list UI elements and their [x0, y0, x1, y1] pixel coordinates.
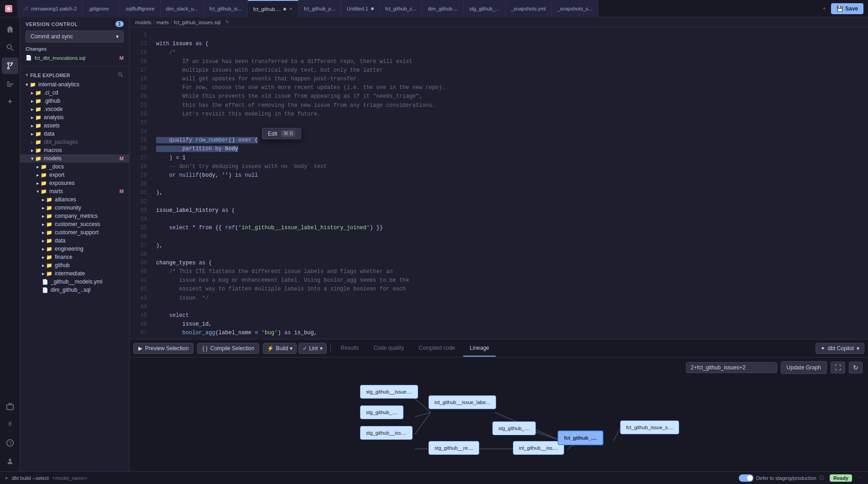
tab-fct-github-active[interactable]: fct_github.... ✕ [248, 0, 298, 17]
tab-dim-github[interactable]: dim_github.... [422, 0, 464, 17]
edit-icon[interactable]: ✎ [225, 19, 229, 25]
defer-toggle-switch[interactable] [739, 474, 753, 482]
tab-close-icon[interactable]: ✕ [289, 6, 293, 11]
nav-ai[interactable] [2, 94, 18, 110]
compiled-code-tab[interactable]: Compiled code [412, 340, 461, 357]
folder-icon: ▸ 📁 [31, 123, 42, 129]
tree-alliances[interactable]: ▸ 📁 alliances [20, 195, 129, 204]
tab-untitled[interactable]: Untitled-1 [341, 0, 380, 17]
tab-snapshots-s[interactable]: _snapshots_s... [552, 0, 598, 17]
node-stg-github-iss2[interactable]: stg_github__iss.... [360, 426, 413, 440]
tree-macros[interactable]: ▸ 📁 macros [20, 146, 129, 154]
graph-search-input[interactable] [686, 362, 777, 373]
tabs-container: ⎇ mirnawong1-patch-2 .gitignore .sqlfluf… [17, 0, 817, 17]
nav-user[interactable] [2, 453, 18, 469]
tree-github2[interactable]: ▸ 📁 github [20, 261, 129, 269]
tree-customer-success[interactable]: ▸ 📁 customer_success [20, 220, 129, 228]
folder-icon: ▸ 📁 [37, 180, 47, 186]
tab-label: .gitignore [88, 6, 109, 11]
node-int-github-issue-labe[interactable]: int_github__issue_labe... [429, 395, 496, 409]
refresh-icon[interactable]: ↻ [849, 362, 863, 374]
tree-docs[interactable]: ▸ 📁 _docs [20, 163, 129, 171]
tab-mirnawong[interactable]: ⎇ mirnawong1-patch-2 [17, 0, 83, 17]
tab-modified-dot [283, 8, 286, 11]
node-fct-github[interactable]: fct_github_.... [558, 431, 603, 445]
node-stg-github2[interactable]: stg_github_.... [360, 405, 403, 419]
nav-jobs[interactable] [2, 398, 18, 415]
tree-analysis[interactable]: ▸ 📁 analysis [20, 113, 129, 121]
lint-chevron-icon: ▾ [320, 345, 323, 352]
tab-dim-slack[interactable]: dim_slack_u... [161, 0, 204, 17]
item-badge: M [120, 156, 124, 161]
tree-github[interactable]: ▸ 📁 .github [20, 97, 129, 105]
tree-dbt-packages[interactable]: ▸ 📁 dbt_packages [20, 138, 129, 146]
tree-community[interactable]: ▸ 📁 community [20, 204, 129, 212]
svg-text:?: ? [9, 441, 11, 446]
item-name: dim_github_..sql [51, 287, 124, 293]
tree-export[interactable]: ▸ 📁 export [20, 171, 129, 179]
tree-vscode[interactable]: ▸ 📁 .vscode [20, 105, 129, 113]
tab-fct-github-c[interactable]: fct_github_c... [380, 0, 423, 17]
more-options-button[interactable]: ⋯ [858, 475, 863, 481]
node-stg-github-issue[interactable]: stg_github__issue.... [360, 385, 418, 399]
item-name: intermediate [55, 270, 124, 277]
code-quality-tab[interactable]: Code quality [367, 340, 411, 357]
tree-github-models-yml[interactable]: 📄 _github__models.yml [20, 278, 129, 286]
dbt-copilot-button[interactable]: ✦ dbt Copilot ▾ [816, 343, 864, 354]
nav-search[interactable] [2, 39, 18, 56]
tree-customer-support[interactable]: ▸ 📁 customer_support [20, 228, 129, 237]
preview-selection-button[interactable]: ▶ Preview Selection [133, 343, 193, 354]
node-stg-github3[interactable]: stg_github_.... [492, 421, 536, 435]
node-int-github-iss[interactable]: int_github__iss.... [513, 441, 564, 455]
tree-assets[interactable]: ▸ 📁 assets [20, 121, 129, 130]
copilot-chevron-icon: ▾ [857, 345, 859, 352]
tree-data2[interactable]: ▸ 📁 data [20, 237, 129, 245]
node-stg-github-re[interactable]: stg_github__re.... [429, 441, 479, 455]
tab-stg-github[interactable]: stg_github_... [464, 0, 505, 17]
tree-ci-cd[interactable]: ▸ 📁 .ci_cd [20, 89, 129, 97]
save-button[interactable]: 💾 Save [831, 3, 863, 14]
tab-snapshots-yml[interactable]: _snapshots.yml [506, 0, 552, 17]
compile-selection-button[interactable]: { } Compile Selection [197, 343, 259, 354]
add-tab-button[interactable]: + [817, 0, 831, 17]
tree-exposures[interactable]: ▸ 📁 exposures [20, 179, 129, 187]
tab-sqlfluffignore[interactable]: .sqlfluffignore [119, 0, 160, 17]
breadcrumb-sep2: / [171, 20, 172, 25]
tree-internal-analytics[interactable]: ▾ 📁 internal-analytics [20, 80, 129, 89]
tab-label: .sqlfluffignore [125, 6, 154, 11]
nav-explorer[interactable] [2, 76, 18, 92]
tree-company-metrics[interactable]: ▸ 📁 company_metrics [20, 212, 129, 220]
lineage-tab[interactable]: Lineage [463, 340, 496, 357]
tab-fct-github-is[interactable]: fct_github_is... [204, 0, 248, 17]
ready-status[interactable]: Ready [830, 474, 852, 482]
status-command: dbt build --select [12, 475, 735, 481]
build-dropdown-button[interactable]: ⚡ Build ▾ [263, 343, 297, 354]
tree-finance[interactable]: ▸ 📁 finance [20, 253, 129, 261]
nav-help[interactable]: ? [2, 435, 18, 451]
commit-dropdown[interactable]: Commit and sync ▾ [26, 31, 124, 42]
nav-settings[interactable] [2, 416, 18, 433]
tree-marts[interactable]: ▾ 📁 marts M [20, 187, 129, 195]
changed-file-item[interactable]: 📄 fct_dbt_invocations.sql M [26, 53, 124, 62]
update-graph-button[interactable]: Update Graph [781, 361, 827, 374]
item-name: .github [44, 98, 124, 104]
status-right: Defer to staging/production ⓘ Ready ⋯ [739, 474, 863, 482]
tab-gitignore[interactable]: .gitignore [83, 0, 119, 17]
tree-dim-github-sql[interactable]: 📄 dim_github_..sql [20, 286, 129, 294]
item-name: customer_support [55, 229, 124, 236]
nav-source-control[interactable] [2, 58, 18, 74]
nav-home[interactable] [2, 21, 18, 37]
tree-models[interactable]: ▾ 📁 models M [20, 154, 129, 163]
code-content[interactable]: with issues as ( /* If an issue has been… [152, 27, 868, 339]
model-name-input[interactable] [52, 475, 735, 481]
tree-engineering[interactable]: ▸ 📁 engineering [20, 245, 129, 253]
results-tab[interactable]: Results [335, 340, 366, 357]
tree-data[interactable]: ▸ 📁 data [20, 130, 129, 138]
tree-intermediate[interactable]: ▸ 📁 intermediate [20, 269, 129, 278]
node-fct-github-issue-s[interactable]: fct_github_issue_s.... [620, 421, 679, 434]
item-name: community [55, 205, 124, 211]
tab-fct-github-p[interactable]: fct_github_p... [298, 0, 341, 17]
search-icon[interactable] [118, 72, 124, 79]
lint-dropdown-button[interactable]: ✓ Lint ▾ [298, 343, 326, 354]
fullscreen-icon[interactable]: ⛶ [831, 362, 845, 374]
